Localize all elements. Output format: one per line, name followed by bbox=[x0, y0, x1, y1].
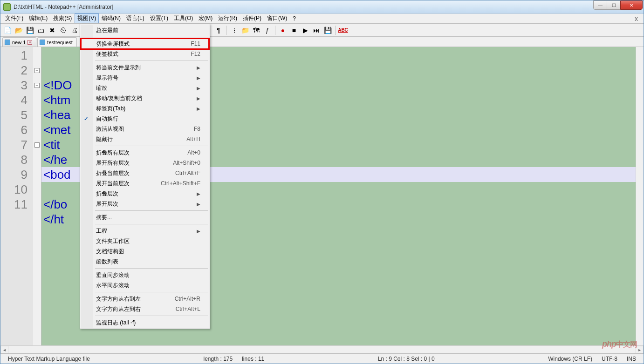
menu-工具o[interactable]: 工具(O) bbox=[171, 13, 196, 23]
menu-item-展开所有层次[interactable]: 展开所有层次Alt+Shift+0 bbox=[81, 158, 209, 168]
indent-guide-icon[interactable]: ⫶ bbox=[229, 25, 239, 35]
menu-插件p[interactable]: 插件(P) bbox=[240, 13, 264, 23]
maximize-button[interactable]: ☐ bbox=[607, 0, 621, 10]
save-macro-icon[interactable]: 💾 bbox=[322, 25, 333, 35]
menu-item-自动换行[interactable]: ✓自动换行 bbox=[81, 114, 209, 124]
toolbar-separator bbox=[335, 26, 336, 35]
fold-marker[interactable]: − bbox=[33, 78, 41, 93]
vertical-scrollbar[interactable] bbox=[636, 47, 644, 345]
menu-close-button[interactable]: x bbox=[631, 15, 642, 22]
menu-item-切换全屏模式[interactable]: 切换全屏模式F11 bbox=[81, 39, 209, 49]
menu-item-隐藏行[interactable]: 隐藏行Alt+H bbox=[81, 134, 209, 144]
menu-item-label: 便签模式 bbox=[96, 50, 191, 58]
fold-gutter[interactable]: −− − bbox=[33, 47, 41, 345]
open-file-icon[interactable]: 📂 bbox=[14, 25, 24, 35]
app-window: D:\txt\HTML - Notepad++ [Administrator] … bbox=[0, 0, 644, 364]
menu-item-激活从视图[interactable]: 激活从视图F8 bbox=[81, 124, 209, 134]
save-all-icon[interactable]: 🗃 bbox=[36, 25, 46, 35]
document-tab[interactable]: testrequest bbox=[37, 37, 76, 47]
line-number: 4 bbox=[0, 93, 27, 108]
play-macro-icon[interactable]: ▶ bbox=[300, 25, 310, 35]
menu-item-标签页(Tab)[interactable]: 标签页(Tab)▶ bbox=[81, 103, 209, 114]
spellcheck-icon[interactable]: ABC bbox=[338, 25, 348, 35]
menu-item-label: 监视日志 (tail -f) bbox=[96, 319, 200, 327]
title-bar: D:\txt\HTML - Notepad++ [Administrator] … bbox=[0, 0, 644, 13]
menu-item-水平同步滚动[interactable]: 水平同步滚动 bbox=[81, 280, 209, 290]
status-encoding[interactable]: UTF-8 bbox=[597, 356, 622, 362]
scroll-track[interactable] bbox=[8, 346, 636, 353]
menu-?[interactable]: ? bbox=[290, 14, 299, 23]
save-icon[interactable]: 💾 bbox=[25, 25, 35, 35]
menu-item-缩放[interactable]: 缩放▶ bbox=[81, 83, 209, 93]
menu-语言l[interactable]: 语言(L) bbox=[123, 13, 147, 23]
menu-item-监视日志 (tail -f)[interactable]: 监视日志 (tail -f) bbox=[81, 317, 209, 328]
menu-item-label: 工程 bbox=[96, 227, 197, 235]
menu-item-折叠所有层次[interactable]: 折叠所有层次Alt+0 bbox=[81, 148, 209, 158]
menu-item-总在最前[interactable]: 总在最前 bbox=[81, 25, 209, 35]
fold-marker bbox=[33, 93, 41, 108]
view-menu-dropdown: 总在最前切换全屏模式F11便签模式F12将当前文件显示到▶显示符号▶缩放▶移动/… bbox=[80, 24, 210, 329]
menu-item-垂直同步滚动[interactable]: 垂直同步滚动 bbox=[81, 270, 209, 280]
fold-marker[interactable]: − bbox=[33, 63, 41, 78]
line-number: 9 bbox=[0, 167, 27, 182]
status-length: length : 175 bbox=[199, 356, 237, 362]
menu-视图v[interactable]: 视图(V) bbox=[75, 13, 99, 23]
status-insert-mode[interactable]: INS bbox=[622, 356, 641, 362]
menu-item-函数列表[interactable]: 函数列表 bbox=[81, 256, 209, 267]
menu-编码n[interactable]: 编码(N) bbox=[99, 13, 123, 23]
menu-宏m[interactable]: 宏(M) bbox=[196, 13, 215, 23]
menu-item-摘要...[interactable]: 摘要... bbox=[81, 212, 209, 222]
menu-编辑e[interactable]: 编辑(E) bbox=[26, 13, 50, 23]
status-eol[interactable]: Windows (CR LF) bbox=[543, 356, 597, 362]
document-tab[interactable]: new 1× bbox=[2, 37, 36, 47]
close-all-icon[interactable]: ⮾ bbox=[58, 25, 69, 35]
menu-item-折叠当前层次[interactable]: 折叠当前层次Ctrl+Alt+F bbox=[81, 168, 209, 178]
menu-item-label: 折叠层次 bbox=[96, 190, 197, 198]
record-icon[interactable]: ● bbox=[278, 25, 288, 35]
menu-item-文字方向从右到左[interactable]: 文字方向从右到左Ctrl+Alt+R bbox=[81, 294, 209, 304]
stop-record-icon[interactable]: ■ bbox=[289, 25, 299, 35]
menu-窗口w[interactable]: 窗口(W) bbox=[264, 13, 290, 23]
minimize-button[interactable]: — bbox=[593, 0, 607, 10]
menu-item-label: 自动换行 bbox=[96, 115, 200, 123]
fold-marker bbox=[33, 48, 41, 63]
play-multi-icon[interactable]: ⏭ bbox=[311, 25, 322, 35]
line-number: 11 bbox=[0, 197, 27, 212]
folder-icon[interactable]: 📁 bbox=[240, 25, 250, 35]
horizontal-scrollbar[interactable]: ◂ ▸ bbox=[0, 345, 644, 353]
menu-item-显示符号[interactable]: 显示符号▶ bbox=[81, 73, 209, 83]
doc-map-icon[interactable]: 🗺 bbox=[251, 25, 261, 35]
menu-item-展开当前层次[interactable]: 展开当前层次Ctrl+Alt+Shift+F bbox=[81, 178, 209, 189]
menu-item-文字方向从左到右[interactable]: 文字方向从左到右Ctrl+Alt+L bbox=[81, 304, 209, 314]
new-file-icon[interactable]: 📄 bbox=[2, 25, 13, 35]
menu-运行r[interactable]: 运行(R) bbox=[215, 13, 240, 23]
menu-item-工程[interactable]: 工程▶ bbox=[81, 226, 209, 236]
print-icon[interactable]: 🖨 bbox=[69, 25, 80, 35]
tab-label: new 1 bbox=[12, 40, 26, 45]
window-controls: — ☐ ✕ bbox=[594, 0, 643, 10]
menu-item-折叠层次[interactable]: 折叠层次▶ bbox=[81, 189, 209, 199]
tab-close-icon[interactable]: × bbox=[27, 40, 32, 45]
menu-shortcut: Alt+0 bbox=[187, 149, 200, 156]
menu-item-便签模式[interactable]: 便签模式F12 bbox=[81, 49, 209, 59]
menu-item-label: 隐藏行 bbox=[96, 135, 186, 143]
menu-文件f[interactable]: 文件(F) bbox=[2, 13, 26, 23]
function-list-icon[interactable]: ƒ bbox=[262, 25, 273, 35]
close-button[interactable]: ✕ bbox=[620, 0, 643, 10]
status-bar: Hyper Text Markup Language file length :… bbox=[0, 353, 644, 364]
menu-item-将当前文件显示到[interactable]: 将当前文件显示到▶ bbox=[81, 62, 209, 73]
menu-item-文件夹工作区[interactable]: 文件夹工作区 bbox=[81, 236, 209, 246]
menu-item-移动/复制当前文档[interactable]: 移动/复制当前文档▶ bbox=[81, 93, 209, 103]
menu-设置t[interactable]: 设置(T) bbox=[147, 13, 171, 23]
scroll-left-icon[interactable]: ◂ bbox=[0, 346, 8, 353]
submenu-arrow-icon: ▶ bbox=[197, 106, 200, 111]
menu-item-展开层次[interactable]: 展开层次▶ bbox=[81, 199, 209, 209]
close-file-icon[interactable]: ✖ bbox=[47, 25, 57, 35]
fold-marker[interactable]: − bbox=[33, 137, 41, 152]
menu-item-文档结构图[interactable]: 文档结构图 bbox=[81, 246, 209, 256]
menu-搜索s[interactable]: 搜索(S) bbox=[50, 13, 75, 23]
menu-item-label: 将当前文件显示到 bbox=[96, 64, 197, 72]
menu-item-label: 折叠所有层次 bbox=[96, 149, 187, 157]
tab-label: testrequest bbox=[47, 40, 72, 45]
show-all-chars-icon[interactable]: ¶ bbox=[213, 25, 224, 35]
